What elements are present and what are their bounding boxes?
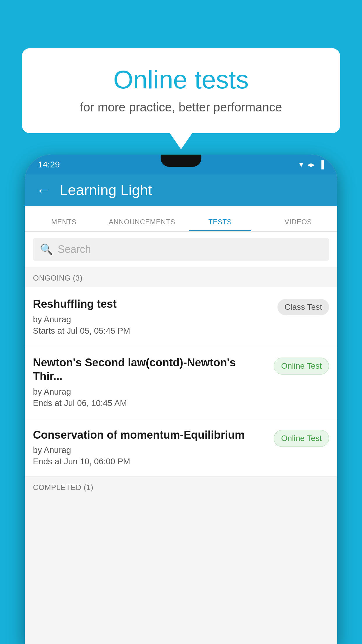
test-badge-online: Online Test: [274, 430, 329, 447]
screen-content: 🔍 Search ONGOING (3) Reshuffling test by…: [25, 232, 337, 644]
battery-icon: ▐: [319, 160, 324, 169]
test-by: by Anurag: [33, 387, 267, 397]
signal-icon: ◂▸: [307, 160, 315, 169]
app-title: Learning Light: [60, 182, 152, 199]
speech-bubble: Online tests for more practice, better p…: [22, 48, 340, 133]
status-bar: 14:29 ▾ ◂▸ ▐: [25, 155, 337, 174]
test-badge-class: Class Test: [277, 299, 329, 315]
tab-videos[interactable]: VIDEOS: [259, 218, 337, 231]
test-by: by Anurag: [33, 315, 270, 324]
status-time: 14:29: [38, 160, 60, 169]
test-date-label: Starts at: [33, 326, 64, 335]
test-name: Newton's Second law(contd)-Newton's Thir…: [33, 356, 267, 384]
tab-announcements[interactable]: ANNOUNCEMENTS: [103, 218, 181, 231]
test-item[interactable]: Newton's Second law(contd)-Newton's Thir…: [25, 346, 337, 418]
test-date: Starts at Jul 05, 05:45 PM: [33, 326, 270, 336]
test-date-label: Ends at: [33, 398, 61, 408]
test-date-label: Ends at: [33, 457, 61, 466]
test-date: Ends at Jul 06, 10:45 AM: [33, 398, 267, 408]
test-date: Ends at Jun 10, 06:00 PM: [33, 457, 267, 466]
phone-frame: 14:29 ▾ ◂▸ ▐ ← Learning Light MENTS ANNO…: [25, 155, 337, 644]
back-button[interactable]: ←: [36, 183, 51, 198]
test-badge-online: Online Test: [274, 358, 329, 374]
tab-bar: MENTS ANNOUNCEMENTS TESTS VIDEOS: [25, 206, 337, 232]
tab-ments[interactable]: MENTS: [25, 218, 103, 231]
search-placeholder: Search: [58, 243, 91, 256]
test-list: Reshuffling test by Anurag Starts at Jul…: [25, 287, 337, 477]
app-bar: ← Learning Light: [25, 174, 337, 206]
test-date-value: Jul 05, 05:45 PM: [67, 326, 130, 335]
test-date-value: Jun 10, 06:00 PM: [64, 457, 130, 466]
test-item-content: Conservation of momentum-Equilibrium by …: [33, 428, 274, 467]
bubble-subtitle: for more practice, better performance: [42, 100, 320, 114]
test-item-content: Newton's Second law(contd)-Newton's Thir…: [33, 356, 274, 408]
test-by: by Anurag: [33, 445, 267, 455]
completed-label: COMPLETED (1): [33, 483, 93, 492]
ongoing-label: ONGOING (3): [33, 274, 82, 282]
search-bar: 🔍 Search: [25, 232, 337, 267]
wifi-icon: ▾: [299, 160, 303, 169]
test-item[interactable]: Reshuffling test by Anurag Starts at Jul…: [25, 287, 337, 346]
test-date-value: Jul 06, 10:45 AM: [64, 398, 127, 408]
status-icons: ▾ ◂▸ ▐: [299, 160, 324, 169]
ongoing-section-header: ONGOING (3): [25, 267, 337, 287]
search-icon: 🔍: [40, 243, 53, 256]
test-name: Reshuffling test: [33, 297, 270, 311]
notch: [161, 155, 201, 167]
search-input-wrapper[interactable]: 🔍 Search: [33, 238, 329, 261]
test-item-content: Reshuffling test by Anurag Starts at Jul…: [33, 297, 277, 336]
completed-section-header: COMPLETED (1): [25, 477, 337, 497]
tab-tests[interactable]: TESTS: [181, 218, 259, 231]
phone-inner: 14:29 ▾ ◂▸ ▐ ← Learning Light MENTS ANNO…: [25, 155, 337, 644]
test-name: Conservation of momentum-Equilibrium: [33, 428, 267, 442]
bubble-title: Online tests: [42, 66, 320, 94]
test-item[interactable]: Conservation of momentum-Equilibrium by …: [25, 418, 337, 477]
